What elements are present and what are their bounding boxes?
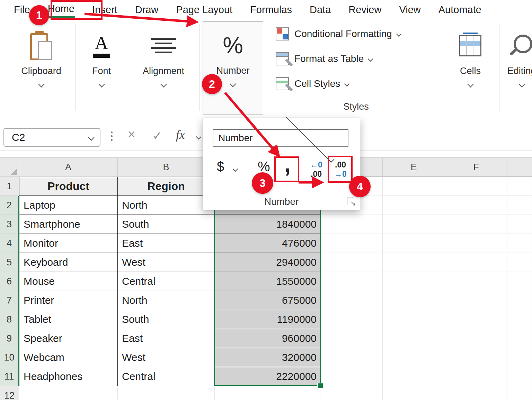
increase-decimal-button[interactable]: ←0 .00 <box>305 158 327 181</box>
cell-value[interactable]: 2940000 <box>215 253 320 272</box>
cell-empty[interactable] <box>445 329 507 348</box>
cell-empty[interactable] <box>320 291 383 310</box>
cell-product[interactable]: Tablet <box>19 310 118 329</box>
row-header-10[interactable]: 10 <box>0 348 19 367</box>
column-header-A[interactable]: A <box>19 158 118 177</box>
row-header-2[interactable]: 2 <box>0 196 19 215</box>
clipboard-group[interactable]: Clipboard <box>8 20 74 113</box>
cell-empty[interactable] <box>445 253 507 272</box>
chevron-down-icon[interactable] <box>230 81 236 87</box>
cell-empty[interactable] <box>445 215 507 234</box>
cell-empty[interactable] <box>507 272 532 291</box>
number-group[interactable]: % Number <box>203 21 263 115</box>
chevron-down-icon[interactable] <box>160 81 167 87</box>
cancel-icon[interactable]: × <box>127 127 135 142</box>
cell-empty[interactable] <box>507 253 532 272</box>
cell-empty[interactable] <box>215 386 320 400</box>
cell-value[interactable]: 675000 <box>215 291 320 310</box>
conditional-formatting-button[interactable]: Conditional Formatting <box>267 21 445 46</box>
row-header-9[interactable]: 9 <box>0 329 19 348</box>
cell-empty[interactable] <box>445 310 507 329</box>
row-header-3[interactable]: 3 <box>0 215 19 234</box>
dialog-launcher-icon[interactable]: ↘ <box>347 198 354 205</box>
cell-value[interactable]: 2220000 <box>215 367 320 386</box>
cell-empty[interactable] <box>383 234 445 253</box>
cell-region[interactable]: East <box>118 234 215 253</box>
menu-item-page-layout[interactable]: Page Layout <box>175 3 233 17</box>
comma-style-button[interactable]: , <box>276 157 299 182</box>
row-header-1[interactable]: 1 <box>0 177 19 196</box>
cell-product[interactable]: Speaker <box>19 329 118 348</box>
menu-item-formulas[interactable]: Formulas <box>249 3 293 17</box>
cell-empty[interactable] <box>507 177 532 196</box>
column-header-extra[interactable] <box>507 158 532 177</box>
cell-empty[interactable] <box>383 253 445 272</box>
menu-item-data[interactable]: Data <box>309 3 331 17</box>
menu-item-insert[interactable]: Insert <box>91 3 118 17</box>
chevron-down-icon[interactable] <box>467 81 473 87</box>
cell-empty[interactable] <box>320 329 383 348</box>
cell-value[interactable]: 320000 <box>215 348 320 367</box>
cell-empty[interactable] <box>445 367 507 386</box>
editing-group[interactable]: Editing <box>502 20 532 113</box>
chevron-down-icon[interactable] <box>38 81 44 87</box>
chevron-down-icon[interactable] <box>518 81 525 87</box>
menu-item-automate[interactable]: Automate <box>438 3 482 17</box>
cell-empty[interactable] <box>383 386 445 400</box>
font-group[interactable]: A Font <box>79 20 124 113</box>
menu-item-file[interactable]: File <box>13 3 31 17</box>
fill-handle[interactable] <box>317 383 323 389</box>
cell-empty[interactable] <box>507 310 532 329</box>
column-header-E[interactable]: E <box>383 158 445 177</box>
cell-empty[interactable] <box>445 177 507 196</box>
column-header-F[interactable]: F <box>445 158 507 177</box>
cell-product[interactable]: Headphones <box>19 367 118 386</box>
cell-empty[interactable] <box>383 291 445 310</box>
row-header-11[interactable]: 11 <box>0 367 19 386</box>
cell-empty[interactable] <box>19 386 118 400</box>
cell-empty[interactable] <box>383 177 445 196</box>
row-header-12[interactable]: 12 <box>0 386 19 400</box>
menu-item-review[interactable]: Review <box>348 3 382 17</box>
cell-empty[interactable] <box>320 367 383 386</box>
cell-empty[interactable] <box>445 386 507 400</box>
cell-empty[interactable] <box>507 291 532 310</box>
cell-empty[interactable] <box>320 386 383 400</box>
cell-empty[interactable] <box>507 196 532 215</box>
row-header-5[interactable]: 5 <box>0 253 19 272</box>
chevron-down-icon[interactable] <box>98 81 105 87</box>
cell-empty[interactable] <box>445 272 507 291</box>
cell-value[interactable]: 1550000 <box>215 272 320 291</box>
cell-empty[interactable] <box>383 348 445 367</box>
cell-product-header[interactable]: Product <box>19 177 118 196</box>
cell-region[interactable]: South <box>118 310 215 329</box>
cell-empty[interactable] <box>383 367 445 386</box>
cell-product[interactable]: Monitor <box>19 234 118 253</box>
cell-value[interactable]: 1840000 <box>215 215 320 234</box>
cell-empty[interactable] <box>320 310 383 329</box>
row-header-7[interactable]: 7 <box>0 291 19 310</box>
cell-empty[interactable] <box>320 234 383 253</box>
format-as-table-button[interactable]: Format as Table <box>267 46 445 71</box>
cell-value[interactable]: 476000 <box>215 234 320 253</box>
cell-region[interactable]: East <box>118 329 215 348</box>
cell-region[interactable]: North <box>118 196 215 215</box>
cell-empty[interactable] <box>445 348 507 367</box>
chevron-down-icon[interactable] <box>88 134 94 140</box>
currency-chevron-icon[interactable] <box>233 166 238 172</box>
select-all-corner[interactable] <box>0 158 19 177</box>
cell-product[interactable]: Webcam <box>19 348 118 367</box>
cell-empty[interactable] <box>445 234 507 253</box>
cell-region[interactable]: North <box>118 291 215 310</box>
more-dots-icon[interactable] <box>111 131 113 141</box>
cell-empty[interactable] <box>445 196 507 215</box>
cell-empty[interactable] <box>507 215 532 234</box>
column-header-B[interactable]: B <box>118 158 215 177</box>
cell-empty[interactable] <box>507 386 532 400</box>
cell-product[interactable]: Keyboard <box>19 253 118 272</box>
insert-function-icon[interactable]: fx <box>176 128 185 142</box>
cell-region[interactable]: West <box>118 253 215 272</box>
menu-item-home[interactable]: Home <box>47 2 75 18</box>
cell-empty[interactable] <box>383 196 445 215</box>
cell-region[interactable]: Central <box>118 272 215 291</box>
